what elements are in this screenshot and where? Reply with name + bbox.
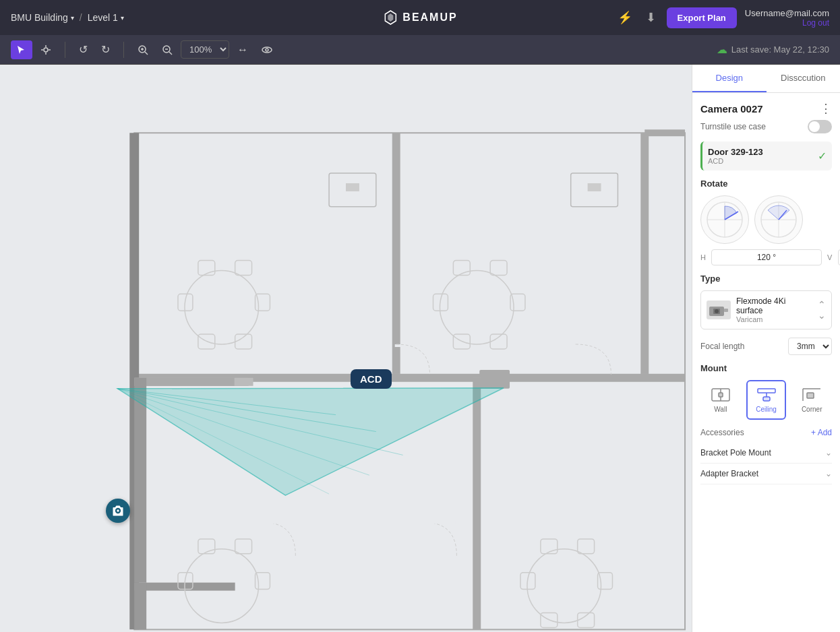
mount-corner[interactable]: Corner <box>791 380 832 420</box>
fit-view-button[interactable]: ↔ <box>232 40 253 60</box>
door-check-icon: ✓ <box>818 150 827 162</box>
tab-design[interactable]: Design <box>692 65 767 92</box>
undo-button[interactable]: ↺ <box>73 39 93 60</box>
accessories-header: Accessories + Add <box>700 428 832 437</box>
door-sub: ACD <box>708 157 818 165</box>
corner-mount-icon <box>801 387 822 403</box>
svg-point-68 <box>117 509 119 511</box>
accessory-name-2: Adapter Bracket <box>700 469 758 478</box>
export-plan-button[interactable]: Export Plan <box>667 7 737 28</box>
topbar: BMU Building ▾ / Level 1 ▾ BEAMUP ⚡ ⬇ Ex… <box>0 0 840 35</box>
user-info: Username@mail.com Log out <box>745 8 829 28</box>
door-name: Door 329-123 <box>708 147 818 157</box>
use-case-toggle[interactable] <box>808 120 832 133</box>
svg-rect-58 <box>134 583 146 630</box>
redo-button[interactable]: ↻ <box>96 39 115 60</box>
acd-label[interactable]: ACD <box>351 369 392 389</box>
accessory-name-1: Bracket Pole Mount <box>700 448 771 457</box>
accessory-item-2[interactable]: Adapter Bracket ⌄ <box>700 464 832 484</box>
zoom-select[interactable]: 100% 75% 50% 150% 200% <box>181 40 229 59</box>
type-row[interactable]: Flexmode 4Ki surface Varicam ⌃⌄ <box>700 290 832 329</box>
floor-plan-canvas[interactable]: ACD <box>0 65 692 632</box>
tab-discussion[interactable]: Dissccution <box>767 65 841 92</box>
level-name: Level 1 <box>88 12 118 23</box>
zoom-in-button[interactable] <box>132 40 154 59</box>
rotate-angle-row: H V <box>700 249 832 265</box>
main-area: ACD Design Dissccution Camera 0027 ⋮ Tur… <box>0 65 840 632</box>
h-angle-group: H <box>700 249 822 265</box>
topbar-center: BEAMUP <box>382 9 457 26</box>
rotate-visuals <box>700 195 832 244</box>
svg-point-79 <box>715 309 719 313</box>
use-case-label: Turnstile use case <box>700 122 766 131</box>
svg-rect-89 <box>807 393 814 398</box>
chevron-down-icon: ▾ <box>71 14 74 22</box>
svg-rect-83 <box>719 393 723 397</box>
mount-label: Mount <box>700 363 832 373</box>
accessory-arrow-2: ⌄ <box>825 469 832 478</box>
toolbar-separator <box>65 42 65 58</box>
accessory-arrow-1: ⌄ <box>825 448 832 457</box>
rotate-section: Rotate <box>700 179 832 265</box>
camera-thumb <box>707 301 731 319</box>
zoom-out-button[interactable] <box>156 40 178 59</box>
download-button[interactable]: ⬇ <box>643 7 659 28</box>
wall-mount-icon <box>710 387 731 403</box>
rotate-label: Rotate <box>700 179 832 189</box>
svg-rect-41 <box>134 378 248 386</box>
panel-content: Camera 0027 ⋮ Turnstile use case Door 32… <box>692 93 840 632</box>
h-rotate-circle[interactable] <box>700 195 749 244</box>
camera-title: Camera 0027 <box>700 103 763 115</box>
more-options-button[interactable]: ⋮ <box>820 101 832 116</box>
pan-tool[interactable] <box>35 40 57 59</box>
toggle-view-button[interactable] <box>256 40 278 59</box>
v-rotate-circle[interactable] <box>754 195 803 244</box>
h-angle-label: H <box>700 253 709 261</box>
svg-rect-38 <box>395 344 436 347</box>
mount-ceiling[interactable]: Ceiling <box>746 380 787 420</box>
h-angle-input[interactable] <box>711 249 822 265</box>
accessory-item-1[interactable]: Bracket Pole Mount ⌄ <box>700 443 832 464</box>
svg-rect-80 <box>724 309 728 312</box>
svg-rect-30 <box>588 183 601 191</box>
panel-tabs: Design Dissccution <box>692 65 840 93</box>
camera-marker[interactable] <box>106 499 130 523</box>
type-arrow-icon: ⌃⌄ <box>818 299 826 321</box>
camera-type-icon <box>708 303 729 317</box>
type-brand: Varicam <box>736 315 812 323</box>
svg-point-2 <box>44 48 48 52</box>
floorplan-svg <box>0 65 692 632</box>
h-rotate-svg <box>704 199 745 240</box>
svg-rect-43 <box>235 378 253 386</box>
door-info: Door 329-123 ACD <box>708 147 818 165</box>
level-breadcrumb[interactable]: Level 1 ▾ <box>88 12 124 23</box>
type-label: Type <box>700 274 832 284</box>
building-name: BMU Building <box>11 12 68 23</box>
breadcrumb-sep: / <box>80 12 82 23</box>
svg-rect-21 <box>346 183 359 191</box>
building-breadcrumb[interactable]: BMU Building ▾ <box>11 12 74 23</box>
add-accessory-button[interactable]: + Add <box>811 428 832 437</box>
mount-section: Mount Wall <box>700 363 832 420</box>
lightning-button[interactable]: ⚡ <box>615 7 635 28</box>
mount-wall[interactable]: Wall <box>700 380 741 420</box>
v-rotate-svg <box>758 199 799 240</box>
logout-link[interactable]: Log out <box>745 18 829 28</box>
v-angle-label: V <box>827 253 835 261</box>
topbar-left: BMU Building ▾ / Level 1 ▾ <box>11 12 124 23</box>
focal-select[interactable]: 3mm 4mm 6mm 8mm <box>788 338 832 355</box>
toggle-thumb <box>809 121 820 132</box>
svg-line-9 <box>169 52 172 55</box>
wall-mount-label: Wall <box>714 406 727 413</box>
save-status-text: Last save: May 22, 12:30 <box>731 44 829 55</box>
svg-line-6 <box>145 52 148 55</box>
door-entry[interactable]: Door 329-123 ACD ✓ <box>700 141 832 170</box>
save-status: ☁ Last save: May 22, 12:30 <box>717 43 829 56</box>
type-section: Type Flexmode 4Ki surface Varicam <box>700 274 832 329</box>
corner-mount-label: Corner <box>802 406 822 413</box>
focal-label: Focal length <box>700 342 744 351</box>
chevron-down-icon-level: ▾ <box>121 14 124 22</box>
select-tool[interactable] <box>11 40 32 59</box>
brand-icon <box>382 9 398 26</box>
topbar-right: ⚡ ⬇ Export Plan Username@mail.com Log ou… <box>615 7 829 28</box>
